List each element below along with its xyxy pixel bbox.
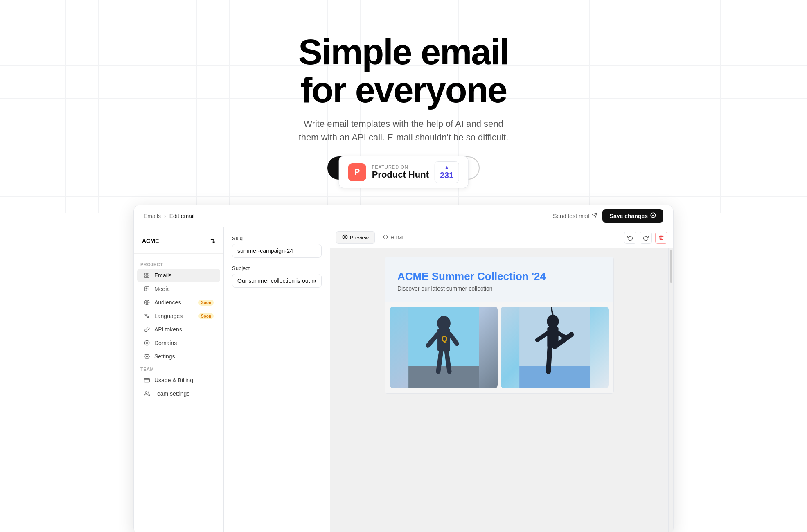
app-window: Emails › Edit email Send test mail Save … xyxy=(133,205,674,532)
sidebar-item-settings[interactable]: Settings xyxy=(137,350,220,363)
save-changes-button[interactable]: Save changes xyxy=(602,209,663,223)
globe-icon xyxy=(144,299,150,306)
undo-button[interactable] xyxy=(624,232,636,244)
email-images: Q xyxy=(385,302,613,393)
team-section-label: TEAM xyxy=(134,363,223,373)
sidebar-item-domains[interactable]: Domains xyxy=(137,336,220,349)
svg-rect-5 xyxy=(145,273,147,275)
hero-section: Simple email for everyone Write email te… xyxy=(0,0,807,213)
settings-label: Settings xyxy=(154,353,175,360)
svg-point-10 xyxy=(146,288,147,289)
languages-label: Languages xyxy=(154,313,183,319)
header-actions: Send test mail Save changes xyxy=(553,209,663,223)
email-image-1: Q xyxy=(390,307,498,388)
hero-title: Simple email for everyone xyxy=(298,33,509,109)
tab-html[interactable]: HTML xyxy=(376,231,411,244)
svg-rect-16 xyxy=(144,378,150,382)
sidebar-item-media[interactable]: Media xyxy=(137,282,220,295)
media-label: Media xyxy=(154,286,170,292)
upvote-arrow-icon: ▲ xyxy=(444,164,450,171)
slug-field-group: Slug xyxy=(232,235,322,258)
project-section-label: PROJECT xyxy=(134,259,223,268)
svg-point-18 xyxy=(145,392,147,394)
preview-toolbar: Preview HTML xyxy=(330,227,673,248)
sidebar-item-usage-billing[interactable]: Usage & Billing xyxy=(137,374,220,387)
svg-line-27 xyxy=(446,350,449,372)
scrollbar-thumb xyxy=(670,250,672,283)
preview-outer: ACME Summer Collection '24 Discover our … xyxy=(330,248,673,532)
product-hunt-badge[interactable]: P FEATURED ON Product Hunt ▲ 231 xyxy=(339,156,469,188)
email-image-2 xyxy=(501,307,609,388)
email-title: ACME Summer Collection '24 xyxy=(397,270,601,283)
svg-rect-7 xyxy=(147,276,149,277)
subject-input[interactable] xyxy=(232,274,322,288)
grid-icon xyxy=(144,272,150,279)
sidebar-item-api-tokens[interactable]: API tokens xyxy=(137,323,220,336)
eye-icon xyxy=(342,234,348,241)
image-icon xyxy=(144,286,150,292)
svg-point-15 xyxy=(146,356,148,357)
email-subtitle: Discover our latest summer collection xyxy=(397,285,601,292)
preview-scrollbar[interactable] xyxy=(668,248,673,532)
sidebar-item-languages[interactable]: Languages Soon xyxy=(137,309,220,322)
ph-votes: ▲ 231 xyxy=(435,161,459,183)
slug-input[interactable] xyxy=(232,244,322,258)
check-circle-icon xyxy=(650,212,656,219)
ph-logo: P xyxy=(348,163,366,181)
project-switcher[interactable]: ACME ⇅ xyxy=(134,234,223,254)
team-icon xyxy=(144,390,150,397)
sidebar: ACME ⇅ PROJECT Emails Media xyxy=(134,227,224,532)
breadcrumb-separator: › xyxy=(164,213,166,219)
preview-actions xyxy=(624,232,667,244)
svg-text:Q: Q xyxy=(441,334,448,343)
svg-line-26 xyxy=(438,350,441,372)
svg-point-14 xyxy=(146,342,148,344)
team-settings-label: Team settings xyxy=(154,390,189,397)
preview-content[interactable]: ACME Summer Collection '24 Discover our … xyxy=(330,248,668,532)
project-name[interactable]: ACME ⇅ xyxy=(139,235,219,247)
breadcrumb: Emails › Edit email xyxy=(144,213,194,219)
api-icon xyxy=(144,326,150,333)
billing-icon xyxy=(144,377,150,383)
svg-rect-21 xyxy=(408,366,479,388)
tab-preview[interactable]: Preview xyxy=(336,231,375,244)
ph-text: FEATURED ON Product Hunt xyxy=(372,165,429,180)
svg-line-34 xyxy=(548,347,550,372)
fitness-image-1: Q xyxy=(390,307,498,388)
breadcrumb-edit-email: Edit email xyxy=(169,213,194,219)
email-canvas: ACME Summer Collection '24 Discover our … xyxy=(385,257,614,394)
send-test-mail-button[interactable]: Send test mail xyxy=(553,212,597,219)
settings-icon xyxy=(144,353,150,360)
subject-field-group: Subject xyxy=(232,265,322,288)
svg-point-22 xyxy=(437,316,451,331)
refresh-button[interactable] xyxy=(640,232,652,244)
preview-panel: Preview HTML xyxy=(330,227,673,532)
email-header-block: ACME Summer Collection '24 Discover our … xyxy=(385,257,613,302)
audiences-label: Audiences xyxy=(154,299,181,306)
preview-tabs: Preview HTML xyxy=(336,231,411,244)
domains-icon xyxy=(144,340,150,346)
hero-subtitle: Write email templates with the help of A… xyxy=(297,117,510,144)
svg-rect-30 xyxy=(519,366,590,388)
languages-icon xyxy=(144,313,150,319)
usage-billing-label: Usage & Billing xyxy=(154,377,193,383)
domains-label: Domains xyxy=(154,340,177,346)
languages-soon-badge: Soon xyxy=(198,313,214,319)
slug-label: Slug xyxy=(232,235,322,241)
svg-point-31 xyxy=(547,315,559,328)
sidebar-item-team-settings[interactable]: Team settings xyxy=(137,387,220,400)
fitness-image-2 xyxy=(501,307,609,388)
edit-email-form: Slug Subject xyxy=(224,227,330,532)
app-body: ACME ⇅ PROJECT Emails Media xyxy=(134,227,673,532)
sidebar-item-emails[interactable]: Emails xyxy=(137,269,220,282)
svg-point-19 xyxy=(344,236,346,238)
svg-rect-6 xyxy=(147,273,149,275)
sidebar-item-audiences[interactable]: Audiences Soon xyxy=(137,296,220,309)
delete-button[interactable] xyxy=(655,232,667,244)
send-test-icon xyxy=(592,212,597,219)
svg-point-13 xyxy=(144,340,149,345)
svg-rect-8 xyxy=(145,276,147,277)
app-header: Emails › Edit email Send test mail Save … xyxy=(134,205,673,227)
breadcrumb-emails-link[interactable]: Emails xyxy=(144,213,161,219)
api-tokens-label: API tokens xyxy=(154,326,182,333)
